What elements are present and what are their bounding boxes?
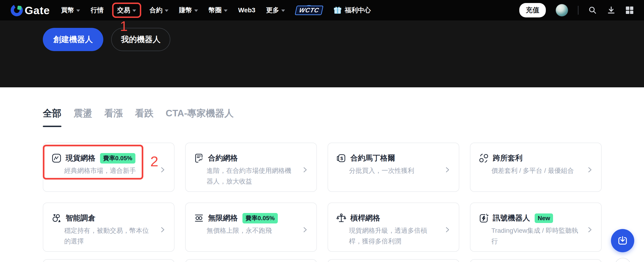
card-desc: TradingView集成 / 即時監聽執行 [492, 225, 578, 247]
category-tabs: 全部 震盪 看漲 看跌 CTA-專家機器人 [43, 107, 234, 122]
chevron-right-icon [444, 166, 451, 174]
card-partial [328, 259, 459, 262]
signal-bot-icon [478, 213, 489, 223]
nav-item-markets[interactable]: 行情 [91, 6, 104, 15]
tab-all[interactable]: 全部 [43, 107, 62, 122]
chevron-down-icon [194, 9, 198, 12]
chevron-down-icon [76, 9, 80, 12]
divider [578, 6, 578, 15]
apps-grid-icon[interactable] [626, 6, 634, 14]
annotation-step1-label: 1 [120, 19, 128, 33]
tab-bearish[interactable]: 看跌 [135, 107, 154, 122]
chevron-right-icon [444, 226, 451, 234]
gift-icon [333, 6, 342, 15]
card-futures-grid[interactable]: 合約網格 進階，在合約市場使用網格機器人，放大收益 [185, 143, 317, 192]
card-infinity-grid[interactable]: 無限網格 費率0.05% 無價格上限，永不跑飛 [185, 203, 317, 252]
card-title: 現貨網格 [66, 153, 96, 163]
card-title: 智能調倉 [66, 213, 96, 223]
tab-cta-expert-bots[interactable]: CTA-專家機器人 [166, 107, 234, 122]
nav-item-welfare-center[interactable]: 福利中心 [333, 6, 371, 15]
gate-logo-icon [10, 4, 23, 17]
fee-badge: 費率0.05% [100, 153, 136, 163]
wctc-logo-text: WCTC [294, 5, 324, 15]
download-app-icon[interactable] [607, 6, 616, 15]
martingale-icon: $ [336, 153, 347, 163]
nav-item-trade[interactable]: 交易 [117, 6, 136, 15]
card-signal-bot[interactable]: 訊號機器人 New TradingView集成 / 即時監聽執行 [470, 203, 602, 252]
nav-item-buy-crypto[interactable]: 買幣 [61, 6, 80, 15]
chevron-right-icon [586, 166, 593, 174]
main-menu: 買幣 行情 交易 1 合約 賺幣 幣圈 [61, 2, 371, 18]
nav-item-wctc[interactable]: WCTC [296, 5, 322, 15]
chevron-right-icon [302, 226, 308, 234]
card-spot-grid[interactable]: 現貨網格 費率0.05% 經典網格市場，適合新手 2 [43, 143, 174, 192]
nav-label: Web3 [238, 6, 256, 14]
chevron-down-icon [165, 9, 168, 12]
chevron-right-icon [159, 166, 166, 174]
card-desc: 現貨網格升級，透過多倍槓桿，獲得多倍利潤 [349, 225, 436, 247]
create-bot-button[interactable]: 創建機器人 [43, 28, 103, 51]
nav-label: 行情 [91, 6, 104, 15]
bots-content: 全部 震盪 看漲 看跌 CTA-專家機器人 現貨網格 費率0.05% [0, 87, 644, 262]
card-partial [470, 259, 602, 262]
card-desc: 分批買入，一次性獲利 [349, 165, 436, 176]
leverage-grid-icon [336, 213, 347, 223]
nav-label: 更多 [266, 6, 279, 15]
nav-label: 合約 [150, 6, 163, 15]
futures-grid-icon [194, 153, 204, 163]
nav-item-moments[interactable]: 幣圈 [209, 6, 228, 15]
card-cross-exchange-arbitrage[interactable]: 跨所套利 價差套利 / 多平台 / 最優組合 [470, 143, 602, 192]
nav-item-futures[interactable]: 合約 [150, 6, 168, 15]
card-partial [185, 259, 317, 262]
fee-badge: 費率0.05% [242, 213, 278, 223]
card-title: 無限網格 [208, 213, 238, 223]
nav-item-web3[interactable]: Web3 [238, 6, 256, 14]
annotation-box-step1: 交易 1 [112, 2, 141, 18]
hero-buttons: 創建機器人 我的機器人 [43, 28, 170, 51]
card-desc: 無價格上限，永不跑飛 [206, 225, 294, 236]
gate-logo-text: Gate [25, 4, 50, 17]
annotation-step2-label: 2 [150, 154, 158, 169]
card-title: 訊號機器人 [493, 213, 530, 223]
card-title: 槓桿網格 [350, 213, 380, 223]
card-desc: 進階，在合約市場使用網格機器人，放大收益 [206, 165, 294, 187]
nav-label: 交易 [117, 6, 130, 15]
tab-bullish[interactable]: 看漲 [104, 107, 123, 122]
chevron-right-icon [586, 226, 593, 234]
hero-section: 創建機器人 我的機器人 [0, 20, 644, 87]
card-desc: 經典網格市場，適合新手 [64, 165, 151, 176]
nav-item-earn[interactable]: 賺幣 [179, 6, 198, 15]
card-futures-martingale[interactable]: $ 合約馬丁格爾 分批買入，一次性獲利 [328, 143, 459, 192]
arbitrage-icon [478, 153, 489, 163]
chevron-down-icon [281, 9, 285, 12]
nav-label: 買幣 [61, 6, 74, 15]
card-partial [43, 259, 174, 262]
infinity-grid-icon [194, 213, 204, 223]
download-icon [616, 235, 629, 247]
gate-trading-bots-page: Gate 買幣 行情 交易 1 合約 賺幣 [0, 0, 644, 262]
rebalance-icon [51, 213, 62, 223]
nav-item-more[interactable]: 更多 [266, 6, 285, 15]
card-title: 合約馬丁格爾 [350, 153, 395, 163]
nav-label: 賺幣 [179, 6, 192, 15]
chevron-right-icon [302, 166, 308, 174]
nav-label: 福利中心 [345, 6, 371, 15]
search-icon[interactable] [588, 6, 597, 15]
card-smart-rebalance[interactable]: 智能調倉 穩定持有，被動交易，幣本位的選擇 [43, 203, 174, 252]
card-desc: 穩定持有，被動交易，幣本位的選擇 [64, 225, 151, 247]
card-title: 合約網格 [208, 153, 238, 163]
card-title: 跨所套利 [493, 153, 522, 163]
gate-logo[interactable]: Gate [10, 4, 50, 17]
tab-sideways[interactable]: 震盪 [74, 107, 92, 122]
chevron-down-icon [224, 9, 228, 12]
nav-label: 幣圈 [209, 6, 222, 15]
chevron-right-icon [159, 226, 166, 234]
floating-download-button[interactable] [611, 229, 634, 252]
card-desc: 價差套利 / 多平台 / 最優組合 [492, 165, 578, 176]
navbar-right-cluster: 充值 [519, 3, 634, 17]
svg-text:$: $ [340, 156, 343, 161]
deposit-button[interactable]: 充值 [519, 3, 546, 17]
bot-cards-grid: 現貨網格 費率0.05% 經典網格市場，適合新手 2 [43, 143, 602, 252]
card-leveraged-grid[interactable]: 槓桿網格 現貨網格升級，透過多倍槓桿，獲得多倍利潤 [328, 203, 459, 252]
user-avatar[interactable] [556, 4, 568, 16]
